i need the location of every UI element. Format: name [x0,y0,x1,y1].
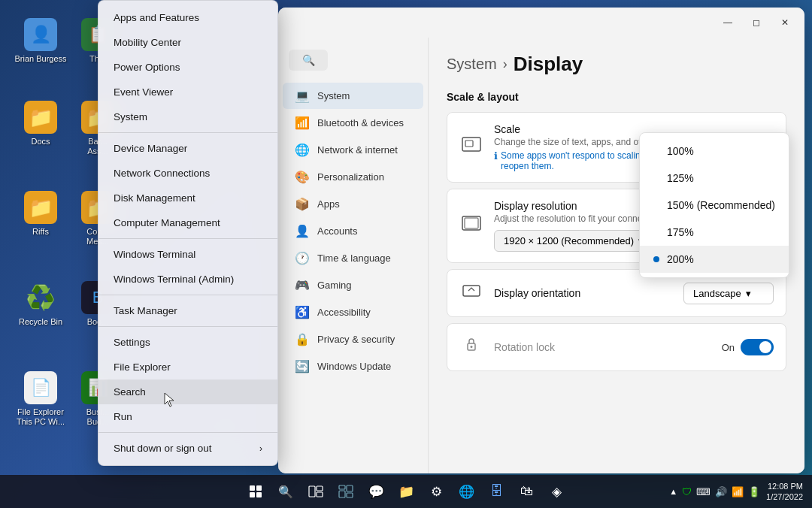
svg-rect-11 [309,486,315,497]
taskbar-edge-button[interactable]: 🌐 [453,478,480,505]
taskbar-clock[interactable]: 12:08 PM 1/27/2022 [766,481,803,503]
svg-rect-16 [339,491,345,497]
taskbar-right: ▲ 🛡 ⌨ 🔊 📶 🔋 12:08 PM 1/27/2022 [669,481,803,503]
sidebar-item-privacy[interactable]: 🔒 Privacy & security [283,326,423,352]
svg-rect-8 [256,485,262,491]
breadcrumb: System › Display [447,53,786,76]
sidebar-item-bluetooth[interactable]: 📶 Bluetooth & devices [283,110,423,136]
breadcrumb-separator: › [503,56,508,72]
desktop-icon-recycle[interactable]: ♻️ Recycle Bin [11,278,71,330]
menu-divider-4 [98,326,277,327]
tray-battery-icon[interactable]: 🔋 [748,486,760,497]
sidebar-item-accessibility[interactable]: ♿ Accessibility [283,299,423,325]
rotation-lock-control: On [722,339,774,355]
menu-divider-2 [98,238,277,239]
menu-divider-5 [98,432,277,433]
svg-rect-15 [347,485,353,491]
menu-item-power-options[interactable]: Power Options [98,55,277,80]
menu-item-file-explorer[interactable]: File Explorer [98,355,277,379]
rotation-lock-card: Rotation lock On [447,323,786,371]
breadcrumb-system[interactable]: System [447,56,497,73]
taskbar-db-button[interactable]: 🗄 [483,478,510,505]
sidebar-item-apps[interactable]: 📦 Apps [283,191,423,217]
taskbar-store-button[interactable]: 🛍 [513,478,540,505]
menu-item-apps-features[interactable]: Apps and Features [98,5,277,30]
svg-rect-3 [465,218,478,228]
sidebar-item-time[interactable]: 🕐 Time & language [283,245,423,271]
desktop-icon-user[interactable]: 👤 Brian Burgess [11,15,71,67]
svg-rect-7 [250,485,255,491]
orientation-dropdown[interactable]: Landscape ▾ [683,283,774,304]
scale-option-175[interactable]: 175% [640,219,789,246]
menu-divider-1 [98,132,277,133]
tray-expand-icon[interactable]: ▲ [669,487,677,496]
orientation-text: Display orientation [494,287,673,299]
desktop-icon-riffs[interactable]: 📁 Riffs [11,188,71,240]
scale-option-150[interactable]: 150% (Recommended) [640,192,789,219]
menu-item-disk-management[interactable]: Disk Management [98,186,277,210]
settings-titlebar: — ◻ ✕ [278,8,804,38]
taskbar-files-button[interactable]: 📁 [392,478,420,505]
sidebar-item-accounts[interactable]: 👤 Accounts [283,218,423,244]
system-tray: ▲ 🛡 ⌨ 🔊 📶 🔋 [669,486,760,497]
sidebar-item-network[interactable]: 🌐 Network & internet [283,137,423,163]
sidebar-item-system[interactable]: 💻 System [283,83,423,109]
orientation-row: Display orientation Landscape ▾ [459,280,774,306]
orientation-icon [459,280,483,306]
svg-rect-10 [256,492,262,497]
menu-divider-3 [98,295,277,295]
sidebar-item-personalization[interactable]: 🎨 Personalization [283,164,423,190]
menu-item-system[interactable]: System [98,104,277,129]
scale-option-125[interactable]: 125% [640,165,789,192]
menu-item-task-manager[interactable]: Task Manager [98,298,277,323]
desktop-icon-docs[interactable]: 📁 Docs [11,98,71,150]
menu-item-shutdown[interactable]: Shut down or sign out › [98,436,277,461]
tray-network-icon[interactable]: 📶 [732,486,744,497]
desktop-icon-fileexplorer[interactable]: 📄 File ExplorerThis PC Wi... [11,368,71,430]
menu-item-search[interactable]: Search [98,379,277,404]
taskbar-teams-button[interactable]: 💬 [362,478,389,505]
svg-rect-17 [347,493,353,497]
scale-popup: 100% 125% 150% (Recommended) 175% 200% [639,132,789,278]
taskbar: 🔍 💬 📁 [0,475,812,508]
taskbar-center: 🔍 💬 📁 [242,478,570,505]
tray-shield-icon[interactable]: 🛡 [682,486,692,497]
sidebar-item-update[interactable]: 🔄 Windows Update [283,353,423,379]
menu-item-windows-terminal-admin[interactable]: Windows Terminal (Admin) [98,267,277,292]
tray-keyboard-icon[interactable]: ⌨ [696,486,710,497]
close-button[interactable]: ✕ [771,11,798,34]
menu-item-run[interactable]: Run [98,404,277,429]
maximize-button[interactable]: ◻ [743,11,770,34]
menu-item-mobility-center[interactable]: Mobility Center [98,30,277,55]
taskbar-widgets-button[interactable] [332,478,359,505]
tray-volume-icon[interactable]: 🔊 [715,486,727,497]
scale-option-200[interactable]: 200% [640,246,789,273]
orientation-title: Display orientation [494,287,673,299]
desktop: 👤 Brian Burgess 📋 Th... 📁 Docs 📁 Bar...A… [0,0,812,508]
menu-item-event-viewer[interactable]: Event Viewer [98,80,277,104]
taskbar-dell-button[interactable]: ◈ [543,478,570,505]
menu-item-settings[interactable]: Settings [98,330,277,355]
menu-item-windows-terminal[interactable]: Windows Terminal [98,242,277,267]
svg-rect-14 [339,485,345,489]
taskbar-search-button[interactable]: 🔍 [272,478,299,505]
rotation-lock-toggle[interactable] [741,339,774,355]
svg-rect-4 [463,286,480,296]
scale-selected-indicator [653,256,659,262]
settings-search-box[interactable]: 🔍 [289,50,328,71]
resolution-icon [459,213,483,239]
resolution-dropdown[interactable]: 1920 × 1200 (Recommended) ▾ [494,230,653,252]
start-button[interactable] [242,478,269,505]
breadcrumb-display: Display [514,53,583,76]
sidebar-item-gaming[interactable]: 🎮 Gaming [283,272,423,298]
menu-item-device-manager[interactable]: Device Manager [98,136,277,161]
svg-rect-2 [462,216,480,230]
taskbar-taskview-button[interactable] [302,478,329,505]
rotation-lock-on-label: On [722,342,735,353]
svg-rect-13 [317,492,323,497]
minimize-button[interactable]: — [714,11,741,34]
taskbar-settings-button[interactable]: ⚙ [423,478,450,505]
menu-item-network-connections[interactable]: Network Connections [98,161,277,186]
menu-item-computer-management[interactable]: Computer Management [98,210,277,235]
scale-option-100[interactable]: 100% [640,138,789,165]
